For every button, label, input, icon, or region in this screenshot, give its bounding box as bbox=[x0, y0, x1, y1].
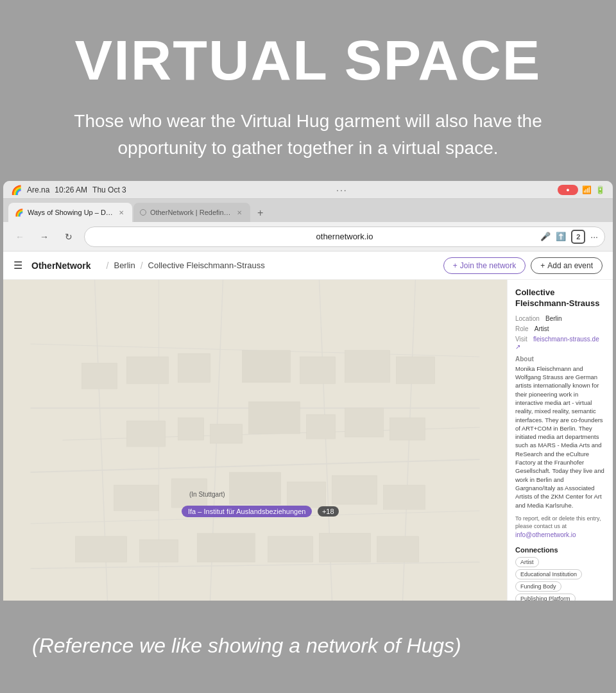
report-link[interactable]: info@othernetwork.io bbox=[515, 531, 576, 538]
map-svg bbox=[3, 280, 507, 601]
app-icon: 🌈 bbox=[11, 185, 22, 195]
date: Thu Oct 3 bbox=[92, 185, 126, 194]
address-bar: ← → ↻ othernetwork.io 🎤 ⬆️ 2 ··· bbox=[3, 222, 613, 252]
svg-rect-33 bbox=[198, 533, 255, 562]
svg-rect-26 bbox=[178, 354, 210, 382]
conn-tag-funding[interactable]: Funding Body bbox=[515, 581, 561, 592]
svg-rect-28 bbox=[300, 357, 336, 384]
breadcrumb-berlin[interactable]: Berlin bbox=[114, 261, 135, 270]
svg-line-8 bbox=[31, 562, 480, 569]
svg-rect-18 bbox=[114, 485, 159, 511]
map-area: (In Stuttgart) Ifa – Institut für Auslan… bbox=[3, 280, 507, 601]
svg-rect-12 bbox=[178, 418, 204, 440]
svg-line-1 bbox=[31, 459, 480, 472]
bottom-section: (Reference we like showing a network of … bbox=[0, 601, 616, 690]
conn-tag-educational[interactable]: Educational Institution bbox=[515, 569, 582, 579]
about-label: About bbox=[515, 355, 605, 363]
tab2-label: OtherNetwork | Redefin… bbox=[150, 209, 231, 216]
site-nav: ☰ OtherNetwork / Berlin / Collective Fle… bbox=[3, 252, 613, 280]
svg-rect-25 bbox=[127, 357, 169, 384]
right-panel: Collective Fleischmann-Strauss Location … bbox=[507, 280, 613, 601]
join-network-button[interactable]: + Join the network bbox=[443, 257, 526, 274]
breadcrumb-sep-2: / bbox=[141, 261, 143, 271]
conn-tag-artist[interactable]: Artist bbox=[515, 557, 539, 567]
share-icon[interactable]: ⬆️ bbox=[556, 232, 566, 241]
svg-rect-23 bbox=[384, 485, 425, 509]
breadcrumb-sep-1: / bbox=[107, 261, 109, 271]
map-tag-pill[interactable]: Ifa – Institut für Auslandsbeziehungen bbox=[182, 506, 312, 517]
svg-rect-32 bbox=[140, 540, 178, 562]
wifi-icon: 📶 bbox=[582, 185, 592, 194]
map-background: (In Stuttgart) Ifa – Institut für Auslan… bbox=[3, 280, 507, 601]
connections-title: Connections bbox=[515, 546, 605, 554]
record-icon: ● bbox=[558, 185, 578, 195]
visit-link[interactable]: fleischmann-strauss.de ↗ bbox=[515, 336, 599, 350]
panel-location: Location Berlin bbox=[515, 314, 605, 322]
svg-rect-24 bbox=[82, 363, 117, 389]
add-event-plus-icon: + bbox=[540, 261, 545, 270]
svg-rect-11 bbox=[127, 421, 166, 447]
main-title: VIRTUAL SPACE bbox=[32, 32, 584, 89]
svg-rect-35 bbox=[320, 533, 371, 562]
map-tag-count: +18 bbox=[318, 506, 339, 517]
top-section: VIRTUAL SPACE Those who wear the Virtual… bbox=[0, 0, 616, 181]
join-label: Join the network bbox=[460, 261, 516, 270]
join-plus-icon: + bbox=[453, 261, 458, 270]
panel-role: Role Artist bbox=[515, 325, 605, 332]
url-text: othernetwork.io bbox=[316, 232, 373, 241]
svg-rect-34 bbox=[268, 536, 313, 562]
svg-rect-36 bbox=[377, 536, 419, 562]
map-location-label: (In Stuttgart) bbox=[189, 491, 225, 498]
visit-label: Visit bbox=[515, 336, 527, 343]
content-area: (In Stuttgart) Ifa – Institut für Auslan… bbox=[3, 280, 613, 601]
battery-icon: 🔋 bbox=[595, 185, 605, 194]
svg-rect-15 bbox=[307, 415, 336, 439]
tab1-label: Ways of Showing Up – D… bbox=[28, 209, 113, 216]
about-text: Monika Fleischmann and Wolfgang Strauss … bbox=[515, 364, 605, 509]
add-event-label: Add an event bbox=[547, 261, 593, 270]
svg-rect-22 bbox=[332, 475, 377, 504]
connection-tags: Artist Educational Institution Funding B… bbox=[515, 557, 605, 601]
tab-count-badge[interactable]: 2 bbox=[571, 230, 585, 244]
conn-tag-publishing[interactable]: Publishing Platform bbox=[515, 594, 576, 601]
svg-rect-13 bbox=[210, 424, 243, 443]
refresh-button[interactable]: ↻ bbox=[60, 228, 78, 246]
svg-rect-31 bbox=[76, 536, 127, 562]
svg-rect-29 bbox=[345, 350, 390, 382]
report-text: To report, edit or delete this entry, pl… bbox=[515, 515, 605, 540]
role-label: Role bbox=[515, 325, 529, 332]
location-label: Location bbox=[515, 315, 540, 322]
time: 10:26 AM bbox=[55, 185, 87, 194]
more-button[interactable]: ··· bbox=[590, 232, 598, 242]
bottom-text: (Reference we like showing a network of … bbox=[32, 634, 461, 658]
panel-visit: Visit fleischmann-strauss.de ↗ bbox=[515, 335, 605, 350]
svg-rect-14 bbox=[249, 402, 300, 434]
hamburger-menu-icon[interactable]: ☰ bbox=[13, 259, 22, 271]
tab1-close-button[interactable]: ✕ bbox=[117, 208, 126, 217]
macos-bar: 🌈 Are.na 10:26 AM Thu Oct 3 ··· ● 📶 🔋 bbox=[3, 181, 613, 199]
tab2-favicon bbox=[140, 209, 146, 216]
tab-bar: 🌈 Ways of Showing Up – D… ✕ OtherNetwork… bbox=[3, 199, 613, 222]
mic-icon[interactable]: 🎤 bbox=[540, 232, 551, 241]
tab2-close-button[interactable]: ✕ bbox=[235, 208, 244, 217]
svg-rect-21 bbox=[287, 482, 326, 508]
tab1-favicon: 🌈 bbox=[15, 209, 24, 217]
svg-rect-30 bbox=[397, 357, 435, 384]
tab-ways-of-showing[interactable]: 🌈 Ways of Showing Up – D… ✕ bbox=[8, 203, 132, 222]
svg-rect-20 bbox=[230, 472, 281, 504]
site-brand[interactable]: OtherNetwork bbox=[31, 261, 91, 271]
role-value: Artist bbox=[535, 325, 549, 332]
location-value: Berlin bbox=[545, 315, 562, 322]
url-right-icons: 🎤 ⬆️ 2 ··· bbox=[540, 230, 598, 244]
tab-othernetwork[interactable]: OtherNetwork | Redefin… ✕ bbox=[133, 203, 250, 222]
breadcrumb-collective[interactable]: Collective Fleischmann-Strauss bbox=[148, 261, 265, 270]
url-bar[interactable]: othernetwork.io 🎤 ⬆️ 2 ··· bbox=[84, 227, 605, 247]
three-dots: ··· bbox=[336, 185, 348, 195]
new-tab-button[interactable]: + bbox=[252, 204, 270, 222]
macos-left: 🌈 Are.na 10:26 AM Thu Oct 3 bbox=[11, 185, 126, 195]
forward-button[interactable]: → bbox=[35, 228, 53, 246]
app-name: Are.na bbox=[27, 185, 49, 194]
map-tag: Ifa – Institut für Auslandsbeziehungen +… bbox=[182, 505, 339, 517]
add-event-button[interactable]: + Add an event bbox=[531, 257, 603, 274]
back-button[interactable]: ← bbox=[11, 228, 29, 246]
